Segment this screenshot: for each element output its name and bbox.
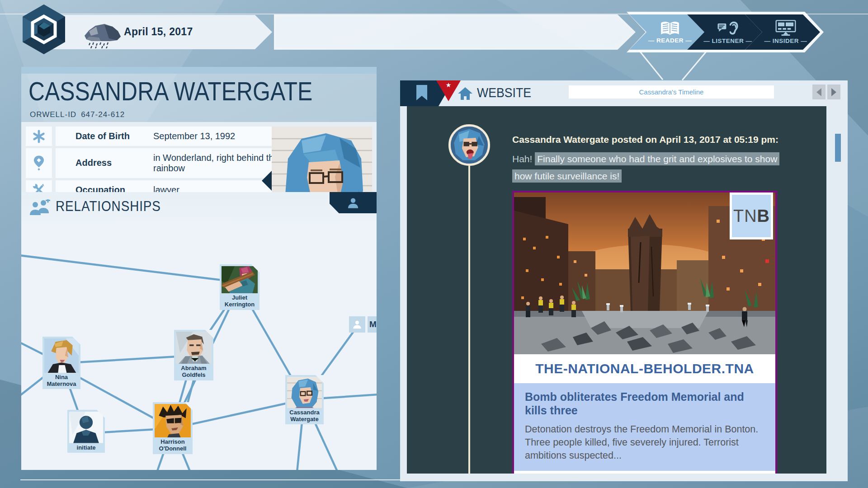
section-label: WEBSITE [477,85,531,100]
cassandra-photo [287,377,322,408]
tnb-logo-light: TN [733,206,757,226]
article-body: Detonation destroys the Freedom Memorial… [525,423,764,462]
cassandra-avatar [451,127,488,164]
orwell-id-value: 647-24-612 [81,110,125,119]
graph-node-partial-label[interactable]: M [368,316,377,333]
current-date: April 15, 2017 [124,26,193,38]
timeline-content: Cassandra Watergate posted on April 13, … [407,106,826,474]
storm-cloud-icon [82,19,124,48]
nav-forward-button[interactable] [827,84,840,99]
nav-back-button[interactable] [812,84,826,99]
birthdate-icon [26,127,52,146]
arrow-left-icon [816,88,821,96]
bookmark-icon [416,85,427,100]
article-domain-band: THE-NATIONAL-BEHOLDER.TNA [514,354,775,383]
tnb-logo: TNB [730,192,773,239]
person-icon [352,319,362,329]
post-highlight-chunk[interactable]: how futile surveillance is! [512,169,622,183]
graph-node-partial[interactable] [349,316,365,333]
orwell-id: ORWELL-ID647-24-612 [30,110,129,119]
address-icon [26,148,52,178]
page-title: CASSANDRA WATERGATE [28,76,312,106]
graph-node-label: initiate [69,443,103,452]
field-row-address: Address in Wonderland, right behind the … [26,148,270,178]
graph-node-harrison[interactable]: Harrison O'Donnell [153,402,193,454]
article-domain: THE-NATIONAL-BEHOLDER.TNA [535,361,754,376]
graph-node-label: Nina Maternova [44,373,79,388]
orwell-app: April 15, 2017 — READER — [0,0,868,488]
field-row-dob: Date of Birth September 13, 1992 [26,127,270,146]
star-icon: ★ [446,81,452,89]
linked-article-card[interactable]: TNB THE-NATIONAL-BEHOLDER.TNA Bomb oblit… [512,191,777,474]
address-bar[interactable]: Cassandra's Timeline [569,85,774,99]
profile-panel: CASSANDRA WATERGATE ORWELL-ID647-24-612 … [21,67,377,470]
harrison-photo [155,404,191,437]
portrait-pointer [262,171,272,191]
graph-node-abraham[interactable]: Abraham Goldfels [174,330,213,380]
monitor-icon [775,20,796,36]
orwell-id-label: ORWELL-ID [30,110,76,119]
post-avatar [448,124,490,166]
tab-reader-label: — READER — [648,37,692,44]
relationships-panel: RELATIONSHIPS [21,192,377,470]
graph-node-initiate[interactable]: initiate [67,410,105,453]
website-panel: ★ WEBSITE Cassandra's Timeline [400,80,848,481]
graph-node-label: Abraham Goldfels [176,364,212,379]
abraham-photo [176,332,212,364]
topbar-track [276,16,633,48]
profile-accent-bar [21,67,377,74]
timeline-thread [468,164,470,474]
orwell-logo [17,3,71,56]
nina-photo [44,338,79,373]
reader-notch-line [638,50,663,80]
field-label: Address [75,158,153,168]
article-headline: Bomb obliterates Freedom Memorial and ki… [525,390,764,417]
post-text-plain: Hah! [512,154,535,164]
field-value: in Wonderland, right behind the rainbow [153,153,289,174]
field-label: Date of Birth [75,131,153,141]
article-summary-band: Bomb obliterates Freedom Memorial and ki… [514,383,775,471]
post-author-line: Cassandra Watergate posted on April 13, … [512,134,778,145]
open-book-icon [660,20,680,36]
arrow-right-icon [831,88,836,96]
graph-node-juliet[interactable]: Juliet Kerrington [220,264,259,310]
graph-node-label: Harrison O'Donnell [155,437,191,453]
article-card-footer [514,471,775,474]
initiate-photo [69,412,103,443]
graph-node-cassandra[interactable]: Cassandra Watergate [285,375,324,424]
graph-node-label: Cassandra Watergate [287,408,322,423]
ear-icon [716,20,740,36]
graph-node-label: Juliet Kerrington [222,293,258,309]
tab-insider-label: — INSIDER — [764,38,807,44]
website-header: ★ WEBSITE Cassandra's Timeline [400,80,848,106]
date-bar: April 15, 2017 [53,15,272,49]
post-highlight-chunk[interactable]: Finally someone who had the grit and exp… [535,152,779,165]
address-bar-text: Cassandra's Timeline [639,88,704,96]
graph-node-nina[interactable]: Nina Maternova [42,337,80,389]
field-value: September 13, 1992 [153,131,289,141]
article-image: TNB [514,192,775,354]
home-icon[interactable] [458,87,472,100]
juliet-photo [222,266,258,293]
post-text: Hah! Finally someone who had the grit an… [512,150,802,185]
tnb-logo-bold: B [757,206,769,226]
tab-listener-label: — LISTENER — [703,38,752,44]
scrollbar-thumb[interactable] [835,134,841,162]
reader-notch-line [682,51,707,80]
